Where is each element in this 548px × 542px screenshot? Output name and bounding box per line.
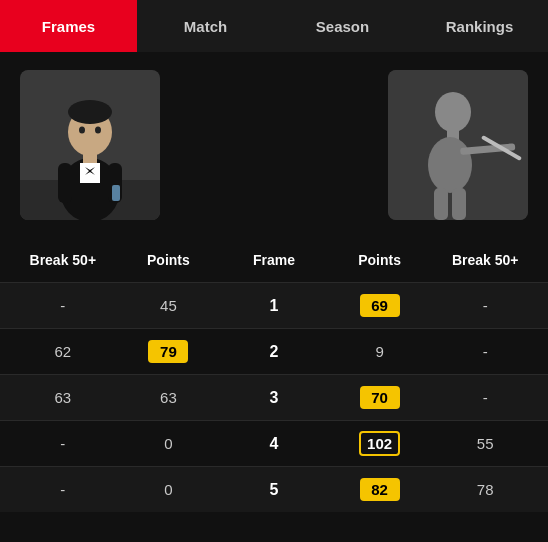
- svg-point-15: [435, 92, 471, 132]
- cell-left-points: 45: [116, 297, 222, 314]
- table-header: Break 50+ Points Frame Points Break 50+: [0, 237, 548, 282]
- cell-right-break: 78: [432, 481, 538, 498]
- svg-rect-9: [58, 163, 72, 203]
- cell-right-points: 9: [327, 343, 433, 360]
- cell-left-points: 0: [116, 435, 222, 452]
- svg-rect-6: [80, 163, 100, 183]
- col-header-right-break: Break 50+: [432, 252, 538, 268]
- col-header-left-points: Points: [116, 252, 222, 268]
- cell-right-points: 102: [327, 431, 433, 456]
- tab-frames[interactable]: Frames: [0, 0, 137, 52]
- cell-left-points: 63: [116, 389, 222, 406]
- cell-right-break: -: [432, 343, 538, 360]
- svg-rect-20: [434, 188, 448, 220]
- badge-right-points: 102: [359, 431, 400, 456]
- cell-right-points: 69: [327, 294, 433, 317]
- cell-right-points: 70: [327, 386, 433, 409]
- badge-right-points: 82: [360, 478, 400, 501]
- badge-left-points: 79: [148, 340, 188, 363]
- cell-right-break: -: [432, 297, 538, 314]
- table-row: - 0 5 82 78: [0, 466, 548, 512]
- cell-left-points: 0: [116, 481, 222, 498]
- tab-match[interactable]: Match: [137, 0, 274, 52]
- svg-rect-21: [452, 188, 466, 220]
- svg-point-5: [68, 100, 112, 124]
- col-header-frame: Frame: [221, 252, 327, 268]
- player-left-avatar: [20, 70, 160, 220]
- cell-frame: 3: [221, 389, 327, 407]
- table-row: 62 79 2 9 -: [0, 328, 548, 374]
- svg-point-17: [428, 137, 472, 193]
- cell-frame: 1: [221, 297, 327, 315]
- col-header-right-points: Points: [327, 252, 433, 268]
- players-row: [0, 52, 548, 227]
- cell-frame: 2: [221, 343, 327, 361]
- cell-left-break: 63: [10, 389, 116, 406]
- cell-left-points: 79: [116, 340, 222, 363]
- stats-table: Break 50+ Points Frame Points Break 50+ …: [0, 237, 548, 512]
- player-right-avatar: [388, 70, 528, 220]
- cell-right-break: 55: [432, 435, 538, 452]
- cell-left-break: -: [10, 481, 116, 498]
- cell-left-break: 62: [10, 343, 116, 360]
- table-row: - 45 1 69 -: [0, 282, 548, 328]
- tab-rankings[interactable]: Rankings: [411, 0, 548, 52]
- badge-right-points: 69: [360, 294, 400, 317]
- svg-point-12: [79, 126, 85, 133]
- cell-right-break: -: [432, 389, 538, 406]
- tab-season[interactable]: Season: [274, 0, 411, 52]
- cell-left-break: -: [10, 297, 116, 314]
- tab-bar: Frames Match Season Rankings: [0, 0, 548, 52]
- cell-frame: 5: [221, 481, 327, 499]
- table-row: - 0 4 102 55: [0, 420, 548, 466]
- col-header-left-break: Break 50+: [10, 252, 116, 268]
- cell-right-points: 82: [327, 478, 433, 501]
- svg-rect-11: [112, 185, 120, 201]
- badge-right-points: 70: [360, 386, 400, 409]
- svg-point-13: [95, 126, 101, 133]
- cell-left-break: -: [10, 435, 116, 452]
- cell-frame: 4: [221, 435, 327, 453]
- table-row: 63 63 3 70 -: [0, 374, 548, 420]
